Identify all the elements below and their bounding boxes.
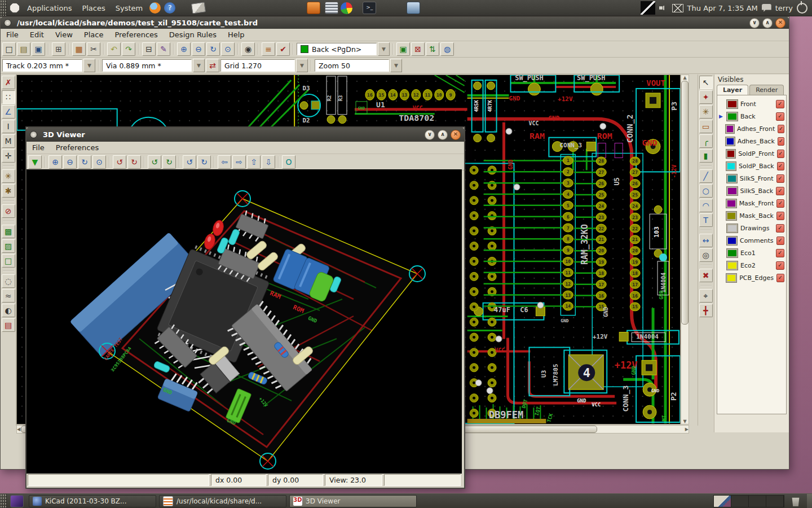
- tab-layer[interactable]: Layer: [717, 85, 748, 95]
- layer-visibility-checkbox[interactable]: ✓: [776, 237, 784, 245]
- task-button-3d-viewer[interactable]: 3D3D Viewer: [289, 495, 417, 507]
- layer-row-silks_front[interactable]: SilkS_Front✓: [717, 172, 786, 185]
- office-icon[interactable]: [307, 2, 320, 14]
- layer-row-silks_back[interactable]: SilkS_Back✓: [717, 185, 786, 197]
- layer-visibility-checkbox[interactable]: ✓: [776, 199, 784, 208]
- add-module-button[interactable]: ▭: [699, 120, 713, 133]
- find-button[interactable]: ◉: [241, 42, 255, 56]
- open-board-button[interactable]: ▤: [17, 42, 30, 56]
- zoom-in3d-button[interactable]: ⊕: [48, 155, 62, 169]
- layer-row-comments[interactable]: Comments✓: [717, 234, 786, 247]
- plot-button[interactable]: ✎: [157, 42, 170, 56]
- track-width-dropdown[interactable]: ▼: [83, 59, 95, 72]
- zoom-fit3d-button[interactable]: ⊙: [92, 155, 106, 169]
- task-button-doc[interactable]: /usr/local/kicad/share/d...: [159, 495, 286, 507]
- add-circle-button[interactable]: ○: [699, 184, 713, 198]
- select-button[interactable]: ↖: [699, 76, 713, 89]
- show-zones-button[interactable]: ▩: [2, 225, 15, 238]
- workspace-4[interactable]: [766, 496, 784, 507]
- local-ratsnest-button[interactable]: ✳: [699, 105, 713, 119]
- layer-visibility-checkbox[interactable]: ✓: [776, 261, 784, 270]
- drc-off-button[interactable]: ✗: [2, 76, 15, 89]
- layer-color-swatch[interactable]: [726, 212, 736, 220]
- viewer3d-canvas[interactable]: RAMROMGNDGNDGND+12VCARTE TESTXC95108PC84: [27, 169, 462, 474]
- grid-dropdown[interactable]: ▼: [296, 59, 308, 72]
- layer-row-adhes_back[interactable]: Adhes_Back✓: [717, 135, 786, 147]
- drill-origin-button[interactable]: ⌖: [699, 289, 713, 303]
- menu-help[interactable]: Help: [222, 29, 250, 41]
- help-icon[interactable]: ?: [164, 2, 175, 14]
- layer-visibility-checkbox[interactable]: ✓: [778, 137, 784, 146]
- layer-visibility-checkbox[interactable]: ✓: [776, 187, 784, 195]
- layer-selector[interactable]: Back <PgDn>: [297, 43, 377, 55]
- add-dimension-button[interactable]: ↔: [699, 234, 713, 247]
- layer-visibility-checkbox[interactable]: ✓: [777, 162, 784, 170]
- canvas-vscrollbar[interactable]: ▲▼: [681, 75, 689, 424]
- track-autoroute-button[interactable]: ⊠: [411, 42, 425, 56]
- firefox-icon[interactable]: [149, 2, 161, 14]
- add-zone-button[interactable]: ▮: [699, 149, 713, 163]
- cursor-shape-button[interactable]: ✛: [2, 149, 15, 163]
- layer-visibility-checkbox[interactable]: ✓: [776, 100, 784, 108]
- via-size-combo[interactable]: Via 0.889 mm *: [102, 59, 192, 72]
- track-width-combo[interactable]: Track 0.203 mm *: [2, 59, 82, 72]
- viewer3d-window-menu-icon[interactable]: [30, 131, 37, 138]
- drc-button[interactable]: ✔: [276, 42, 290, 56]
- menu-file[interactable]: File: [27, 142, 50, 154]
- layer-color-swatch[interactable]: [726, 162, 736, 170]
- undo-button[interactable]: ↶: [107, 42, 121, 56]
- layer-row-mask_front[interactable]: Mask_Front✓: [717, 197, 786, 209]
- taskbar-drawer-handle[interactable]: [0, 494, 7, 508]
- ubuntu-logo-icon[interactable]: [9, 2, 20, 14]
- menu-edit[interactable]: Edit: [24, 29, 50, 41]
- color-wheel-icon[interactable]: [341, 2, 352, 14]
- rotate-y-pos-button[interactable]: ↻: [162, 155, 176, 169]
- power-icon[interactable]: [797, 3, 807, 14]
- layer-dropdown-button[interactable]: ▼: [378, 42, 390, 56]
- terminal-icon[interactable]: >_: [363, 2, 376, 14]
- layer-row-drawings[interactable]: Drawings✓: [717, 222, 786, 234]
- rotate-y-neg-button[interactable]: ↺: [148, 155, 161, 169]
- redraw3d-button[interactable]: ↻: [78, 155, 91, 169]
- units-mm-button[interactable]: M: [2, 134, 15, 148]
- viewer3d-titlebar[interactable]: 3D Viewer ∨ ∧ ✕: [27, 128, 464, 142]
- zones-outline-button[interactable]: ▨: [2, 239, 15, 253]
- viewer3d-maximize-button[interactable]: ∧: [438, 130, 448, 140]
- layer-row-back[interactable]: ▶Back✓: [717, 110, 786, 122]
- move-down-button[interactable]: ⇩: [262, 155, 275, 169]
- layer-color-swatch[interactable]: [726, 199, 736, 208]
- grid-combo[interactable]: Grid 1.270: [220, 59, 295, 72]
- layer-row-adhes_front[interactable]: Adhes_Front✓: [717, 122, 786, 135]
- zoom-out-button[interactable]: ⊖: [192, 42, 205, 56]
- pads-sketch-button[interactable]: ◌: [2, 274, 15, 288]
- network-plug-icon[interactable]: [641, 1, 655, 15]
- redraw-button[interactable]: ↻: [206, 42, 220, 56]
- tracks-sketch-button[interactable]: ≈: [2, 289, 15, 303]
- layer-visibility-checkbox[interactable]: ✓: [777, 150, 784, 158]
- module-ratsnest-button[interactable]: ✱: [2, 184, 15, 198]
- delete-item-button[interactable]: ✖: [699, 269, 713, 282]
- layer-color-swatch[interactable]: [726, 274, 736, 282]
- grid-visibility-button[interactable]: ∷: [2, 90, 15, 104]
- add-arc-button[interactable]: ◠: [699, 199, 713, 212]
- layer-row-soldp_front[interactable]: SoldP_Front✓: [717, 147, 786, 160]
- highlight-net-button[interactable]: ✦: [699, 90, 713, 104]
- add-target-button[interactable]: ◎: [699, 248, 713, 262]
- menu-design-rules[interactable]: Design Rules: [164, 29, 222, 41]
- cut-button[interactable]: ✂: [87, 42, 100, 56]
- viewer3d-close-button[interactable]: ✕: [451, 130, 461, 140]
- menu-file[interactable]: File: [1, 29, 24, 41]
- layer-visibility-checkbox[interactable]: ✓: [778, 125, 784, 133]
- maximize-button[interactable]: ∧: [762, 18, 773, 28]
- clock[interactable]: Thu Apr 7, 1:35 AM: [687, 4, 758, 12]
- menu-system[interactable]: System: [111, 0, 148, 16]
- viewer3d-minimize-button[interactable]: ∨: [425, 130, 435, 140]
- add-track-button[interactable]: ╭: [699, 134, 713, 148]
- page-settings-button[interactable]: ⊞: [52, 42, 65, 56]
- task-button-kicad[interactable]: KiCad (2011-03-30 BZ...: [29, 495, 156, 507]
- move-right-button[interactable]: ⇨: [232, 155, 246, 169]
- layer-visibility-checkbox[interactable]: ✓: [776, 274, 784, 282]
- zones-hide-button[interactable]: □: [2, 254, 15, 268]
- polar-coords-button[interactable]: ∠: [2, 105, 15, 119]
- rotate-z-neg-button[interactable]: ↺: [183, 155, 196, 169]
